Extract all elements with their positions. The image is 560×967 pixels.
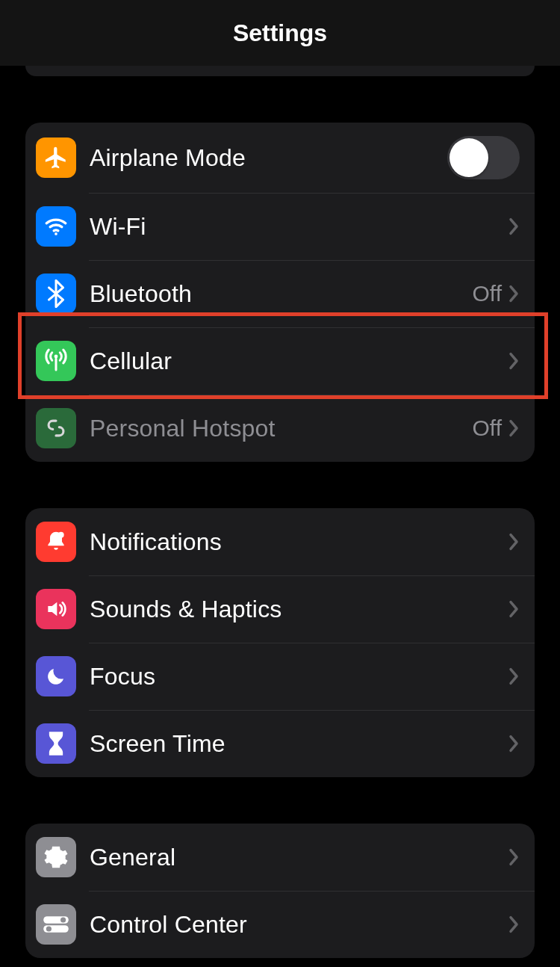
- chevron-right-icon: [508, 284, 520, 303]
- moon-icon: [36, 656, 76, 696]
- chevron-right-icon: [508, 734, 520, 753]
- row-airplane-mode[interactable]: Airplane Mode: [25, 123, 535, 193]
- group-connectivity: Airplane Mode Wi-Fi Bluetooth Off: [25, 123, 535, 462]
- svg-point-1: [55, 355, 58, 359]
- hourglass-icon: [36, 723, 76, 764]
- row-label: Screen Time: [90, 730, 508, 758]
- chevron-right-icon: [508, 351, 520, 371]
- speaker-icon: [36, 589, 76, 629]
- row-label: Notifications: [90, 528, 508, 556]
- chevron-right-icon: [508, 847, 520, 867]
- header: Settings: [0, 0, 560, 66]
- row-personal-hotspot[interactable]: Personal Hotspot Off: [25, 395, 535, 462]
- row-label: Focus: [90, 663, 508, 691]
- chevron-right-icon: [508, 667, 520, 686]
- row-cellular[interactable]: Cellular: [25, 327, 535, 395]
- row-notifications[interactable]: Notifications: [25, 508, 535, 575]
- row-screen-time[interactable]: Screen Time: [25, 710, 535, 777]
- row-sounds-haptics[interactable]: Sounds & Haptics: [25, 575, 535, 643]
- row-label: Sounds & Haptics: [90, 596, 508, 623]
- row-label: Wi-Fi: [90, 213, 502, 241]
- link-icon: [36, 408, 76, 448]
- page-title: Settings: [233, 19, 327, 47]
- group-attention: Notifications Sounds & Haptics Focus: [25, 508, 535, 777]
- gear-icon: [36, 837, 76, 877]
- account-card-peek[interactable]: [25, 66, 535, 76]
- airplane-mode-toggle[interactable]: [447, 136, 520, 179]
- chevron-right-icon: [508, 217, 520, 236]
- group-general: General Control Center: [25, 824, 535, 958]
- row-value: Off: [473, 281, 502, 306]
- row-bluetooth[interactable]: Bluetooth Off: [25, 260, 535, 327]
- row-label: Cellular: [90, 347, 508, 375]
- settings-groups: Airplane Mode Wi-Fi Bluetooth Off: [0, 123, 560, 958]
- svg-point-6: [46, 926, 52, 931]
- row-wifi[interactable]: Wi-Fi: [25, 193, 535, 260]
- bluetooth-icon: [36, 274, 76, 314]
- row-label: Control Center: [90, 911, 508, 939]
- row-control-center[interactable]: Control Center: [25, 891, 535, 958]
- row-label: Personal Hotspot: [90, 415, 473, 442]
- svg-point-2: [58, 532, 64, 538]
- chevron-right-icon: [508, 915, 520, 934]
- row-label: Airplane Mode: [90, 144, 447, 172]
- wifi-icon: [36, 206, 76, 247]
- airplane-icon: [36, 138, 76, 178]
- svg-point-4: [60, 917, 66, 922]
- row-value: Off: [473, 415, 502, 441]
- svg-point-0: [55, 232, 57, 235]
- chevron-right-icon: [508, 418, 520, 438]
- chevron-right-icon: [508, 599, 520, 619]
- chevron-right-icon: [508, 532, 520, 552]
- toggles-icon: [36, 904, 76, 945]
- row-label: General: [90, 844, 508, 871]
- row-focus[interactable]: Focus: [25, 643, 535, 710]
- row-label: Bluetooth: [90, 280, 473, 308]
- row-general[interactable]: General: [25, 824, 535, 891]
- bell-icon: [36, 522, 76, 562]
- antenna-icon: [36, 341, 76, 381]
